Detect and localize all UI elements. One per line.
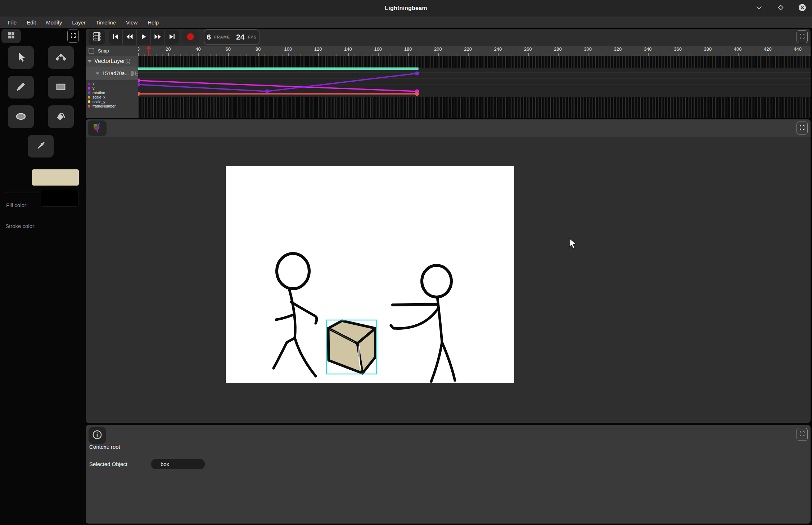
object-collapse-icon[interactable] — [96, 72, 99, 74]
fast-forward-icon — [153, 32, 162, 42]
sidebar-expand-button[interactable] — [67, 29, 79, 43]
menu-item-edit[interactable]: Edit — [23, 18, 40, 27]
record-icon — [186, 32, 195, 42]
status-expand-button[interactable] — [797, 428, 808, 441]
selected-object-row: Selected Object box — [89, 459, 205, 469]
keyframe-dot-y[interactable] — [138, 79, 140, 83]
select-icon — [15, 51, 27, 64]
property-row-scale_x[interactable]: scale_x — [86, 95, 138, 99]
close-icon — [798, 3, 807, 13]
draw-tool-button[interactable] — [8, 76, 34, 99]
property-name: scale_y — [93, 100, 105, 104]
stroke-color-swatch[interactable] — [41, 190, 78, 207]
keyframe-dot-x[interactable] — [265, 90, 269, 93]
ruler-major-tick — [168, 53, 169, 56]
info-button[interactable] — [89, 427, 106, 444]
canvas-drawing — [226, 166, 514, 383]
draw-icon — [15, 81, 27, 94]
menu-item-view[interactable]: View — [122, 18, 141, 27]
eyedropper-tool-button[interactable] — [28, 135, 54, 158]
ruler-major-tick — [468, 53, 469, 56]
expand-icon — [799, 33, 805, 40]
selected-object-input[interactable]: box — [151, 459, 205, 469]
menu-item-modify[interactable]: Modify — [42, 18, 66, 27]
ruler-label: 340 — [644, 46, 652, 52]
layer-object-row[interactable]: 151ad70a... ~ — [86, 67, 138, 80]
stroke-color-label: Stroke color: — [5, 223, 36, 229]
playhead[interactable] — [146, 46, 151, 56]
animation-curves — [138, 56, 811, 118]
ellipse-tool-button[interactable] — [8, 105, 34, 128]
maximize-button[interactable] — [776, 4, 785, 13]
keyframe-dot-frameNumber[interactable] — [415, 92, 419, 96]
ruler-major-tick — [348, 53, 349, 56]
object-curve-toggle-button[interactable]: ~ — [135, 71, 138, 76]
rewind-button[interactable] — [123, 30, 137, 45]
minimize-button[interactable] — [754, 4, 764, 13]
timeline-track-area[interactable] — [138, 56, 811, 118]
stick-figure-right — [391, 265, 455, 382]
timeline-ruler[interactable]: 0204060801001201401601802002202402602803… — [138, 46, 811, 56]
property-row-rotation[interactable]: rotation — [86, 91, 138, 95]
property-name: y — [93, 86, 94, 90]
property-row-x[interactable]: x — [86, 82, 138, 86]
menu-item-help[interactable]: Help — [144, 18, 162, 27]
select-tool-button[interactable] — [8, 46, 34, 69]
status-panel: Context: root Selected Object box — [86, 425, 811, 524]
ruler-label: 0 — [138, 46, 140, 52]
menu-item-file[interactable]: File — [4, 18, 20, 27]
play-button[interactable] — [137, 30, 151, 45]
ruler-major-tick — [438, 53, 439, 56]
fast-forward-button[interactable] — [151, 30, 165, 45]
property-name: rotation — [93, 91, 105, 95]
property-row-frameNumber[interactable]: frameNumber — [86, 104, 138, 108]
keyframe-dot-frameNumber[interactable] — [138, 92, 140, 96]
ruler-major-tick — [498, 53, 499, 56]
property-row-y[interactable]: y — [86, 86, 138, 90]
property-row-scale_y[interactable]: scale_y — [86, 100, 138, 104]
canvas-expand-button[interactable] — [797, 122, 808, 134]
ruler-major-tick — [288, 53, 289, 56]
ruler-label: 440 — [794, 46, 802, 52]
ruler-label: 220 — [464, 46, 472, 52]
fps-unit-label: FPS — [248, 35, 256, 39]
layer-row[interactable]: VectorLayer [L] — [86, 56, 138, 67]
canvas-panel — [86, 119, 811, 423]
close-button[interactable] — [798, 4, 807, 13]
property-color-dot — [88, 87, 90, 90]
tool-grid-button[interactable] — [1, 29, 21, 43]
play-icon — [140, 33, 148, 42]
keyframe-span-bar[interactable] — [138, 68, 419, 70]
ruler-label: 280 — [554, 46, 562, 52]
property-color-dot — [88, 91, 90, 94]
rewind-icon — [125, 32, 134, 42]
object-fill-toggle-button[interactable] — [131, 71, 134, 76]
keyframe-dot-x[interactable] — [138, 83, 140, 87]
frame-unit-label: FRAME — [214, 35, 230, 39]
ruler-label: 320 — [614, 46, 622, 52]
property-color-dot — [88, 105, 90, 108]
skip-start-button[interactable] — [109, 30, 123, 45]
keyframe-dot-x[interactable] — [415, 72, 419, 76]
shapes-tool-button[interactable] — [88, 120, 107, 136]
menu-item-timeline[interactable]: Timeline — [92, 18, 119, 27]
ruler-major-tick — [588, 53, 588, 56]
snap-checkbox[interactable] — [89, 48, 94, 54]
rectangle-tool-button[interactable] — [48, 76, 74, 99]
titlebar: Lightningbeam — [0, 0, 812, 17]
ruler-major-tick — [678, 53, 678, 56]
ruler-label: 240 — [494, 46, 502, 52]
transport-controls — [109, 30, 179, 45]
drawing-canvas[interactable] — [226, 166, 514, 383]
fill-color-swatch[interactable] — [32, 169, 79, 186]
timeline-expand-button[interactable] — [797, 30, 808, 43]
layer-collapse-icon[interactable] — [87, 60, 92, 63]
skip-end-button[interactable] — [165, 30, 179, 45]
paint-bucket-tool-button[interactable] — [48, 105, 74, 128]
record-button[interactable] — [182, 30, 199, 45]
ruler-label: 300 — [584, 46, 592, 52]
transform-tool-button[interactable] — [48, 46, 74, 69]
menu-item-layer[interactable]: Layer — [68, 18, 89, 27]
film-strip-button[interactable] — [89, 30, 105, 45]
property-color-dot — [88, 83, 90, 85]
